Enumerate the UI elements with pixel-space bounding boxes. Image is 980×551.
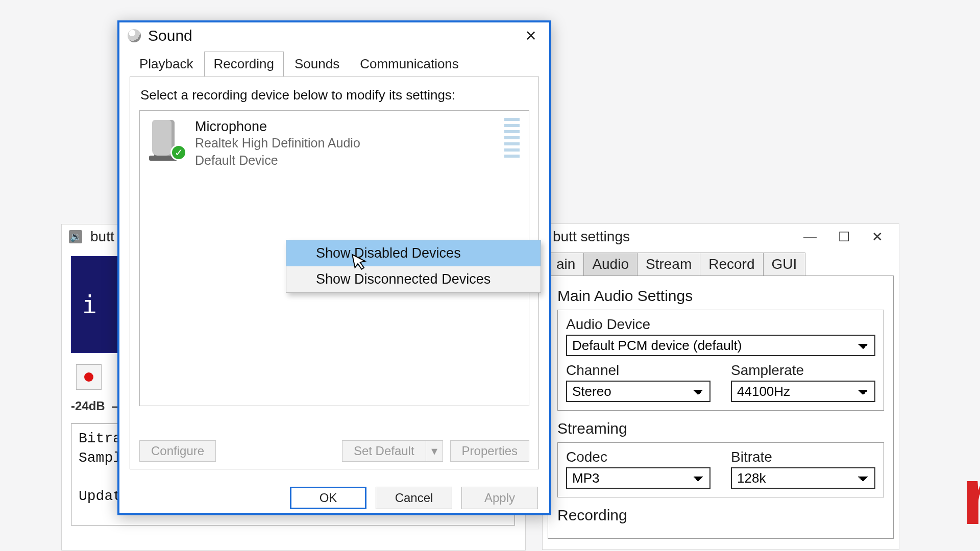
chevron-down-icon: ▾ [431, 444, 437, 458]
device-status: Default Device [195, 152, 360, 169]
minimize-button[interactable]: — [794, 226, 826, 248]
device-name: Microphone [195, 119, 360, 135]
device-context-menu: Show Disabled Devices Show Disconnected … [286, 240, 541, 293]
select-channel[interactable]: Stereo [566, 381, 710, 402]
background-brand-text: r [962, 449, 980, 543]
tab-record[interactable]: Record [700, 253, 763, 276]
label-bitrate: Bitrate [731, 449, 875, 465]
properties-button[interactable]: Properties [450, 440, 529, 462]
tab-gui[interactable]: GUI [763, 253, 806, 276]
device-driver: Realtek High Definition Audio [195, 135, 360, 152]
default-check-icon: ✓ [170, 144, 187, 161]
section-main-audio: Main Audio Settings [557, 287, 884, 305]
sound-dialog-title: Sound [148, 27, 192, 44]
section-recording: Recording [557, 507, 884, 524]
butt-settings-title: butt settings [553, 229, 630, 245]
menu-show-disabled-devices[interactable]: Show Disabled Devices [286, 240, 541, 266]
level-meter [504, 118, 520, 158]
cancel-button[interactable]: Cancel [376, 487, 452, 509]
label-codec: Codec [566, 449, 710, 465]
apply-button[interactable]: Apply [461, 487, 538, 509]
label-channel: Channel [566, 362, 710, 379]
butt-main-title: butt [90, 229, 114, 245]
close-icon[interactable]: × [520, 24, 542, 47]
select-audio-device[interactable]: Default PCM device (default) [566, 335, 875, 356]
window-buttons: — ☐ ✕ [794, 226, 894, 248]
maximize-button[interactable]: ☐ [827, 226, 860, 248]
tab-playback[interactable]: Playback [130, 52, 203, 77]
tab-main[interactable]: ain [548, 253, 584, 276]
device-row-microphone[interactable]: ✓ Microphone Realtek High Definition Aud… [144, 115, 525, 173]
microphone-icon: ✓ [149, 119, 186, 160]
sound-button-row: Configure Set Default ▾ Properties [139, 440, 529, 462]
close-button[interactable]: ✕ [861, 226, 894, 248]
record-icon [84, 372, 93, 382]
sound-tabs: Playback Recording Sounds Communications [130, 52, 539, 77]
menu-show-disconnected-devices[interactable]: Show Disconnected Devices [286, 266, 541, 292]
settings-tabs: ain Audio Stream Record GUI [548, 253, 899, 276]
set-default-button[interactable]: Set Default [342, 440, 426, 462]
settings-page-audio: Main Audio Settings Audio Device Default… [548, 276, 894, 539]
tab-stream[interactable]: Stream [637, 253, 700, 276]
section-streaming: Streaming [557, 420, 884, 437]
sound-control-icon [128, 29, 141, 42]
set-default-split-button[interactable]: Set Default ▾ [342, 440, 443, 462]
label-samplerate: Samplerate [731, 362, 875, 379]
speaker-icon: 🔉 [69, 230, 82, 243]
select-bitrate[interactable]: 128k [731, 467, 875, 489]
butt-settings-titlebar[interactable]: butt settings — ☐ ✕ [543, 224, 899, 249]
label-audio-device: Audio Device [566, 316, 875, 333]
sound-titlebar[interactable]: Sound × [119, 22, 549, 49]
set-default-dropdown[interactable]: ▾ [426, 440, 443, 462]
tab-recording[interactable]: Recording [204, 52, 284, 77]
tab-audio[interactable]: Audio [583, 253, 638, 276]
butt-settings-window: butt settings — ☐ ✕ ain Audio Stream Rec… [542, 223, 899, 550]
configure-button[interactable]: Configure [139, 440, 216, 462]
select-codec[interactable]: MP3 [566, 467, 710, 489]
record-button[interactable] [76, 364, 102, 390]
tab-communications[interactable]: Communications [350, 52, 469, 77]
group-main-audio: Audio Device Default PCM device (default… [557, 310, 884, 411]
select-samplerate[interactable]: 44100Hz [731, 381, 875, 402]
tab-sounds[interactable]: Sounds [285, 52, 349, 77]
dialog-footer: OK Cancel Apply [119, 479, 549, 519]
group-streaming: Codec MP3 Bitrate 128k [557, 442, 884, 497]
sound-prompt: Select a recording device below to modif… [140, 87, 529, 103]
ok-button[interactable]: OK [290, 487, 366, 509]
